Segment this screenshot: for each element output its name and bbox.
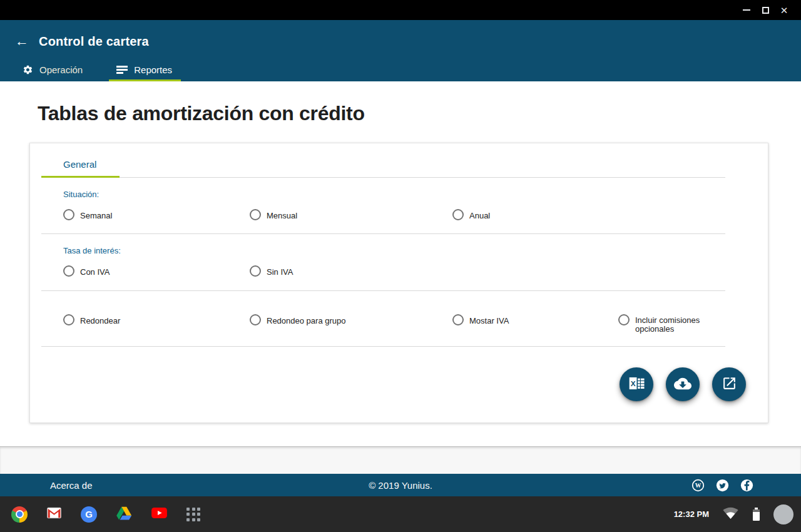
section-options: Redondear Redondeo para grupo Mostar IVA…	[30, 291, 768, 347]
chrome-icon[interactable]	[11, 506, 28, 523]
section-tasa-label: Tasa de interés:	[30, 234, 768, 255]
download-button[interactable]	[666, 367, 700, 401]
svg-text:X: X	[630, 379, 635, 388]
radio-circle-icon[interactable]	[250, 209, 261, 220]
radio-mostar-iva[interactable]: Mostar IVA	[452, 314, 618, 334]
app-header: ← Control de cartera Operación Reportes	[0, 20, 801, 81]
prefooter-strip	[0, 446, 801, 474]
header-tabs: Operación Reportes	[0, 64, 801, 81]
radio-mensual[interactable]: Mensual	[250, 209, 452, 220]
maximize-icon	[762, 7, 769, 14]
list-icon	[116, 66, 128, 73]
section-situacion-label: Situación:	[30, 178, 768, 199]
tab-operacion-label: Operación	[39, 64, 83, 75]
card-actions: X	[30, 347, 768, 422]
footer-social-icons: W	[691, 479, 753, 492]
radio-circle-icon[interactable]	[63, 209, 74, 220]
gmail-icon[interactable]	[46, 505, 62, 523]
close-button[interactable]: ✕	[775, 2, 793, 18]
clock: 12:32 PM	[674, 509, 709, 519]
app-title: Control de cartera	[39, 34, 149, 49]
copyright-text: © 2019 Yunius.	[0, 480, 801, 491]
excel-icon: X	[628, 375, 645, 394]
radio-sin-iva[interactable]: Sin IVA	[250, 265, 452, 277]
maximize-button[interactable]	[756, 2, 775, 18]
radio-circle-icon[interactable]	[452, 314, 464, 325]
drive-icon[interactable]	[116, 506, 132, 523]
svg-text:W: W	[695, 482, 702, 489]
open-external-button[interactable]	[712, 367, 746, 401]
radio-anual[interactable]: Anual	[452, 209, 618, 220]
radio-circle-icon[interactable]	[452, 209, 464, 220]
close-icon: ✕	[780, 6, 788, 15]
cloud-download-icon	[674, 375, 691, 394]
radio-circle-icon[interactable]	[618, 314, 630, 325]
about-link[interactable]: Acerca de	[50, 480, 93, 491]
taskbar: G 12:32 PM	[0, 496, 801, 532]
export-excel-button[interactable]: X	[620, 367, 653, 401]
taskbar-status-area[interactable]: 12:32 PM	[674, 504, 793, 524]
section-situacion: Situación: Semanal Mensual Anual	[30, 178, 768, 234]
google-icon[interactable]: G	[81, 506, 97, 523]
app-launcher-icon[interactable]	[186, 508, 200, 521]
gear-icon	[23, 64, 33, 75]
avatar[interactable]	[773, 504, 793, 524]
footer: © 2019 Yunius. Acerca de W	[0, 474, 801, 496]
tab-general[interactable]: General	[63, 159, 96, 170]
tab-reportes-label: Reportes	[134, 64, 172, 75]
radio-circle-icon[interactable]	[63, 265, 74, 277]
radio-semanal[interactable]: Semanal	[63, 209, 250, 220]
page-title: Tablas de amortización con crédito	[38, 102, 801, 125]
minimize-icon	[743, 9, 750, 11]
radio-circle-icon[interactable]	[63, 314, 74, 325]
open-in-new-icon	[722, 376, 737, 393]
back-arrow-icon[interactable]: ←	[15, 34, 29, 48]
wifi-icon	[723, 505, 738, 523]
os-titlebar: ✕	[0, 0, 801, 20]
section-tasa-interes: Tasa de interés: Con IVA Sin IVA	[30, 234, 768, 291]
radio-con-iva[interactable]: Con IVA	[63, 265, 250, 277]
radio-redondear[interactable]: Redondear	[63, 314, 250, 334]
battery-icon	[752, 508, 760, 521]
radio-incluir-comisiones[interactable]: Incluir comisiones opcionales	[618, 314, 743, 334]
minimize-button[interactable]	[737, 2, 756, 18]
taskbar-apps: G	[11, 504, 200, 524]
main-content: Tablas de amortización con crédito Gener…	[0, 81, 801, 446]
card-tab-bar: General	[30, 143, 768, 178]
section-divider	[41, 346, 725, 347]
youtube-icon[interactable]	[151, 504, 168, 524]
radio-circle-icon[interactable]	[250, 314, 261, 325]
tab-reportes[interactable]: Reportes	[109, 64, 181, 81]
tab-operacion[interactable]: Operación	[15, 64, 91, 81]
facebook-icon[interactable]	[740, 479, 753, 492]
report-card: General Situación: Semanal Mensual	[29, 143, 768, 423]
radio-circle-icon[interactable]	[250, 265, 261, 277]
screen: ✕ ← Control de cartera Operación Reporte…	[0, 0, 801, 532]
twitter-icon[interactable]	[716, 479, 729, 492]
wordpress-icon[interactable]: W	[691, 479, 705, 492]
radio-redondeo-grupo[interactable]: Redondeo para grupo	[250, 314, 452, 334]
